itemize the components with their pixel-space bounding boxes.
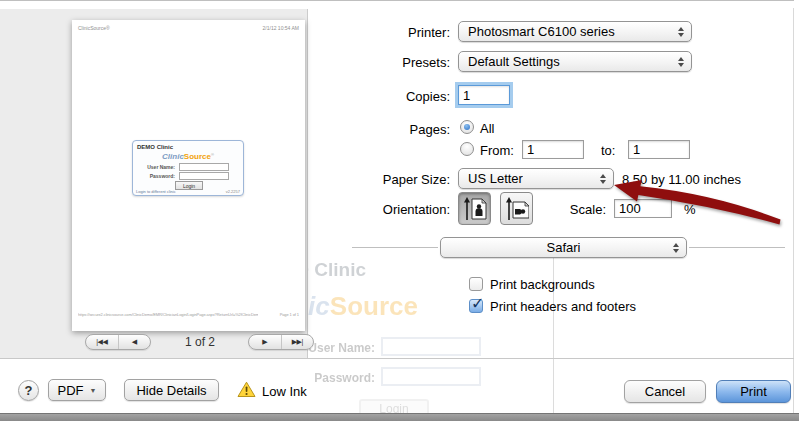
paper-size-popup[interactable]: US Letter [458, 168, 614, 189]
section-divider-left [352, 247, 438, 248]
print-headers-footers-checkbox[interactable]: ✓ [469, 299, 483, 313]
annotation-arrow-red [600, 170, 795, 235]
background-username-label: User Name: [307, 341, 375, 355]
printer-popup-value: Photosmart C6100 series [468, 24, 615, 39]
popup-stepper-icon [678, 27, 684, 37]
pager-back-group: |◀◀ ◀ [85, 334, 151, 350]
pages-all-label: All [480, 121, 494, 136]
pager-next-button[interactable]: ▶ [249, 335, 281, 349]
pdf-menu-label: PDF [58, 383, 84, 398]
preview-footer-url: https://secure2.clinicsource.com/ClinicD… [78, 312, 258, 317]
preview-logo-reg: ® [211, 152, 214, 157]
preview-alt-clinic-link: Login to different clinic [136, 189, 176, 194]
hide-details-button[interactable]: Hide Details [124, 379, 219, 401]
preview-username-input [179, 163, 229, 171]
scale-label: Scale: [480, 202, 606, 217]
background-logo-clinic: Clinic [307, 291, 330, 321]
background-clinic-heading: DEMO Clinic [307, 259, 366, 281]
printer-popup[interactable]: Photosmart C6100 series [458, 21, 692, 42]
copies-label: Copies: [290, 89, 450, 104]
paper-size-popup-value: US Letter [468, 171, 523, 186]
preview-password-input [179, 172, 229, 180]
print-preview-panel: ClinicSource® 2/1/12 10:54 AM DEMO Clini… [0, 9, 308, 359]
presets-popup-value: Default Settings [468, 54, 560, 69]
background-logo-source: Source [330, 291, 418, 321]
pages-label: Pages: [290, 122, 450, 137]
print-backgrounds-label: Print backgrounds [490, 277, 595, 292]
pager-previous-button[interactable]: ◀ [119, 335, 151, 349]
background-password-label: Password: [307, 371, 375, 385]
pages-from-input[interactable] [522, 140, 584, 159]
preview-username-label: User Name: [137, 164, 175, 170]
orientation-label: Orientation: [290, 202, 450, 217]
preview-login-box: DEMO Clinic ClinicSource® User Name: Pas… [132, 140, 244, 196]
pages-to-input[interactable] [628, 140, 690, 159]
background-username-input [381, 337, 481, 356]
preview-logo-clinic: Clinic [162, 152, 184, 161]
copies-input[interactable] [458, 85, 510, 105]
low-ink-status-text: Low Ink [262, 384, 307, 399]
preview-footer-page-count: Page 1 of 1 [280, 312, 299, 317]
preview-clinicsource-logo: ClinicSource® [133, 152, 243, 161]
preview-version-text: v2.2257 [226, 189, 240, 194]
preview-login-button: Login [175, 181, 203, 190]
pages-from-label: From: [480, 143, 514, 158]
popup-stepper-icon [678, 57, 684, 67]
pages-all-radio[interactable] [460, 120, 474, 134]
help-button[interactable]: ? [18, 380, 39, 401]
app-options-popup-value: Safari [547, 240, 581, 255]
print-dialog-window: DEMO Clinic ClinicSource User Name: Pass… [0, 0, 799, 422]
warning-triangle-icon [237, 381, 256, 398]
print-button[interactable]: Print [716, 380, 791, 403]
app-options-popup[interactable]: Safari [440, 237, 687, 258]
preview-password-label: Password: [137, 173, 175, 179]
preview-login-title: DEMO Clinic [137, 144, 173, 150]
presets-popup[interactable]: Default Settings [458, 51, 692, 72]
presets-label: Presets: [290, 55, 450, 70]
print-backgrounds-checkbox[interactable] [469, 277, 483, 291]
pager-forward-group: ▶ ▶▶| [248, 334, 314, 350]
pager-position-text: 1 of 2 [164, 335, 236, 349]
caret-down-icon: ▼ [90, 387, 97, 394]
pager-last-button[interactable]: ▶▶| [282, 335, 314, 349]
window-top-border [0, 0, 794, 1]
printer-label: Printer: [290, 25, 450, 40]
cancel-button[interactable]: Cancel [624, 380, 706, 403]
preview-page: ClinicSource® 2/1/12 10:54 AM DEMO Clini… [72, 20, 305, 331]
section-divider-right [689, 247, 785, 248]
window-bottom-edge [0, 413, 799, 421]
pager-first-button[interactable]: |◀◀ [86, 335, 118, 349]
pdf-menu-button[interactable]: PDF ▼ [48, 379, 106, 401]
paper-size-label: Paper Size: [290, 172, 450, 187]
pages-to-label: to: [601, 143, 615, 158]
print-headers-footers-label: Print headers and footers [490, 299, 636, 314]
preview-header-left: ClinicSource® [78, 25, 110, 31]
checkmark-icon: ✓ [471, 294, 484, 313]
background-password-input [381, 367, 481, 386]
popup-stepper-icon [673, 243, 679, 253]
footer-divider [0, 358, 794, 359]
preview-logo-source: Source [184, 152, 211, 161]
pages-range-radio[interactable] [460, 142, 474, 156]
background-clinicsource-logo: ClinicSource [307, 291, 418, 322]
